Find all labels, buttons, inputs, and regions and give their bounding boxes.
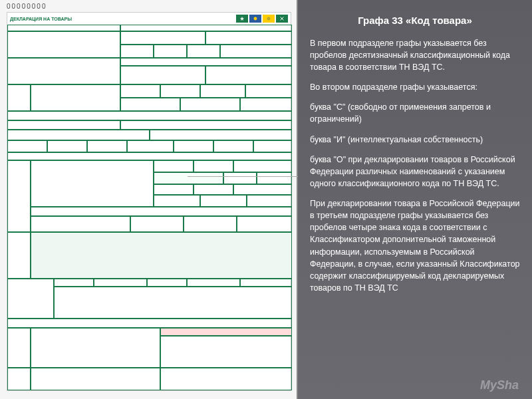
paragraph: При декларировании товара в Российской Ф… bbox=[310, 198, 520, 294]
svg-point-1 bbox=[267, 17, 270, 20]
paragraph: буква "И" (интеллектуальная собственност… bbox=[310, 134, 520, 146]
svg-point-0 bbox=[254, 17, 257, 21]
paragraph: буква "О" при декларировании товаров в Р… bbox=[310, 154, 520, 190]
emblem-icon bbox=[236, 15, 248, 23]
paragraph: В первом подразделе графы указывается бе… bbox=[310, 37, 520, 73]
paragraph: буква "С" (свободно от применения запрет… bbox=[310, 101, 520, 125]
customs-declaration-form: ДЕКЛАРАЦИЯ НА ТОВАРЫ bbox=[7, 12, 291, 391]
watermark: MySha bbox=[480, 376, 519, 394]
page-number: 00000000 bbox=[7, 3, 47, 10]
form-header: ДЕКЛАРАЦИЯ НА ТОВАРЫ bbox=[7, 13, 291, 25]
emblem-icon bbox=[263, 15, 275, 23]
form-title: ДЕКЛАРАЦИЯ НА ТОВАРЫ bbox=[10, 17, 236, 21]
explanation-panel: Графа 33 «Код товара» В первом подраздел… bbox=[298, 0, 532, 399]
field-33-code bbox=[154, 172, 223, 184]
emblem-icon bbox=[276, 15, 288, 23]
panel-title: Графа 33 «Код товара» bbox=[310, 13, 520, 28]
pointer-line bbox=[188, 176, 298, 177]
emblem-icon bbox=[249, 15, 261, 23]
paragraph: Во втором подразделе графы указывается: bbox=[310, 81, 520, 93]
form-grid bbox=[7, 25, 291, 390]
flag-row bbox=[236, 15, 288, 23]
form-preview-panel: 00000000 ДЕКЛАРАЦИЯ НА ТОВАРЫ bbox=[0, 0, 298, 399]
